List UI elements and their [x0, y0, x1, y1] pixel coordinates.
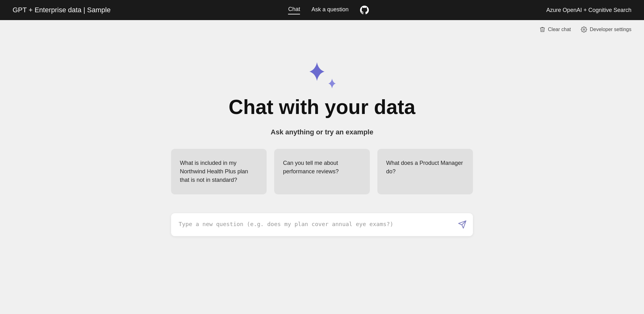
- clear-chat-button[interactable]: Clear chat: [539, 26, 571, 33]
- sparkle-large-icon: [306, 61, 328, 82]
- main-nav: Chat Ask a question: [288, 6, 369, 14]
- toolbar: Clear chat Developer settings: [0, 20, 644, 36]
- developer-settings-button[interactable]: Developer settings: [581, 26, 631, 33]
- hero-subtitle: Ask anything or try an example: [271, 128, 373, 136]
- send-button[interactable]: [458, 220, 467, 230]
- example-card-3[interactable]: What does a Product Manager do?: [377, 149, 473, 194]
- chat-input-container: [171, 213, 473, 236]
- hero-title: Chat with your data: [229, 95, 415, 119]
- example-card-1[interactable]: What is included in my Northwind Health …: [171, 149, 267, 194]
- main-content: Chat with your data Ask anything or try …: [0, 36, 644, 236]
- chat-input[interactable]: [179, 221, 454, 227]
- example-cards: What is included in my Northwind Health …: [171, 149, 473, 194]
- trash-icon: [539, 26, 546, 33]
- sparkle-small-icon: [326, 78, 338, 89]
- gear-icon: [581, 26, 587, 33]
- nav-ask[interactable]: Ask a question: [311, 6, 348, 14]
- example-card-2[interactable]: Can you tell me about performance review…: [274, 149, 370, 194]
- svg-point-0: [583, 29, 585, 30]
- sparkle-decoration: [306, 61, 338, 89]
- github-icon[interactable]: [360, 6, 369, 14]
- app-title: GPT + Enterprise data | Sample: [13, 6, 111, 14]
- azure-label: Azure OpenAI + Cognitive Search: [546, 7, 631, 14]
- send-icon: [458, 220, 467, 229]
- nav-chat[interactable]: Chat: [288, 6, 300, 14]
- header: GPT + Enterprise data | Sample Chat Ask …: [0, 0, 644, 20]
